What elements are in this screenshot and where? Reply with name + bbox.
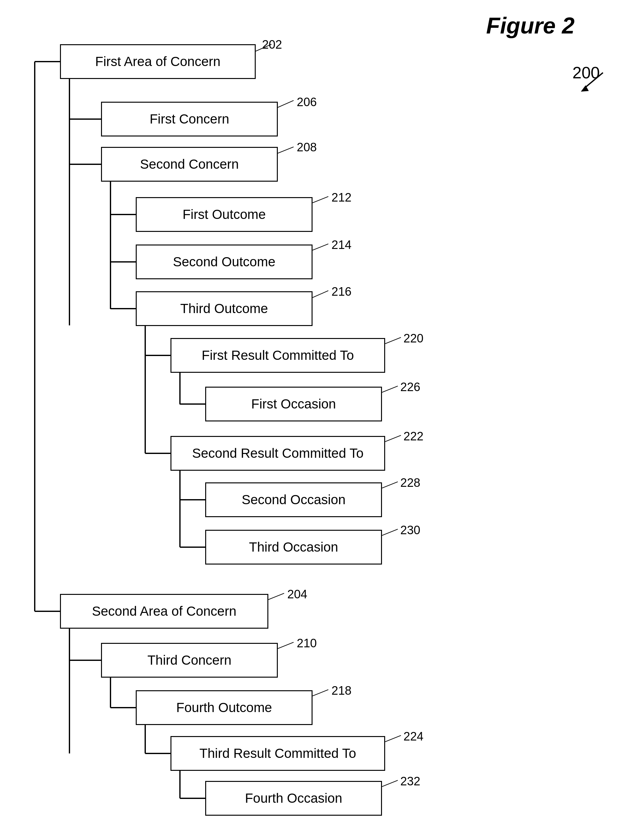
svg-line-32	[313, 197, 328, 203]
ref-202: 202	[262, 38, 282, 52]
svg-line-38	[382, 482, 398, 488]
node-second-area-of-concern: Second Area of Concern	[60, 594, 268, 628]
svg-line-33	[313, 244, 328, 250]
node-second-outcome: Second Outcome	[136, 244, 313, 279]
ref-220: 220	[403, 332, 423, 345]
node-second-concern: Second Concern	[101, 147, 278, 182]
svg-line-30	[278, 100, 294, 108]
svg-line-31	[278, 147, 294, 153]
ref-214: 214	[331, 238, 351, 252]
ref-206: 206	[297, 95, 317, 109]
ref-224: 224	[403, 730, 423, 743]
node-first-concern: First Concern	[101, 102, 278, 137]
ref-230: 230	[400, 524, 420, 537]
svg-line-42	[313, 690, 328, 696]
node-first-area-of-concern: First Area of Concern	[60, 44, 256, 79]
svg-line-39	[382, 529, 398, 535]
svg-line-35	[385, 337, 401, 344]
ref-218: 218	[331, 684, 351, 698]
svg-line-37	[385, 435, 401, 442]
ref-232: 232	[400, 774, 420, 788]
figure-title: Figure 2	[486, 12, 575, 38]
node-third-result-committed: Third Result Committed To	[170, 736, 385, 771]
node-second-occasion: Second Occasion	[205, 482, 382, 517]
ref-210: 210	[297, 636, 317, 650]
svg-line-41	[278, 642, 294, 648]
figure-arrow-icon	[578, 69, 609, 95]
svg-line-34	[313, 290, 328, 298]
node-third-concern: Third Concern	[101, 643, 278, 678]
ref-228: 228	[400, 476, 420, 490]
svg-line-44	[382, 780, 398, 787]
node-first-occasion: First Occasion	[205, 387, 382, 421]
ref-226: 226	[400, 380, 420, 394]
node-third-outcome: Third Outcome	[136, 291, 313, 326]
node-fourth-occasion: Fourth Occasion	[205, 781, 382, 816]
node-first-outcome: First Outcome	[136, 197, 313, 232]
ref-208: 208	[297, 141, 317, 154]
svg-line-43	[385, 736, 401, 742]
ref-216: 216	[331, 285, 351, 298]
svg-line-36	[382, 386, 398, 392]
svg-line-0	[584, 73, 603, 88]
ref-212: 212	[331, 191, 351, 204]
ref-222: 222	[403, 430, 423, 443]
ref-204: 204	[287, 588, 307, 601]
node-second-result-committed: Second Result Committed To	[170, 436, 385, 471]
svg-line-40	[268, 593, 284, 599]
node-fourth-outcome: Fourth Outcome	[136, 690, 313, 725]
node-first-result-committed: First Result Committed To	[170, 338, 385, 373]
node-third-occasion: Third Occasion	[205, 530, 382, 564]
